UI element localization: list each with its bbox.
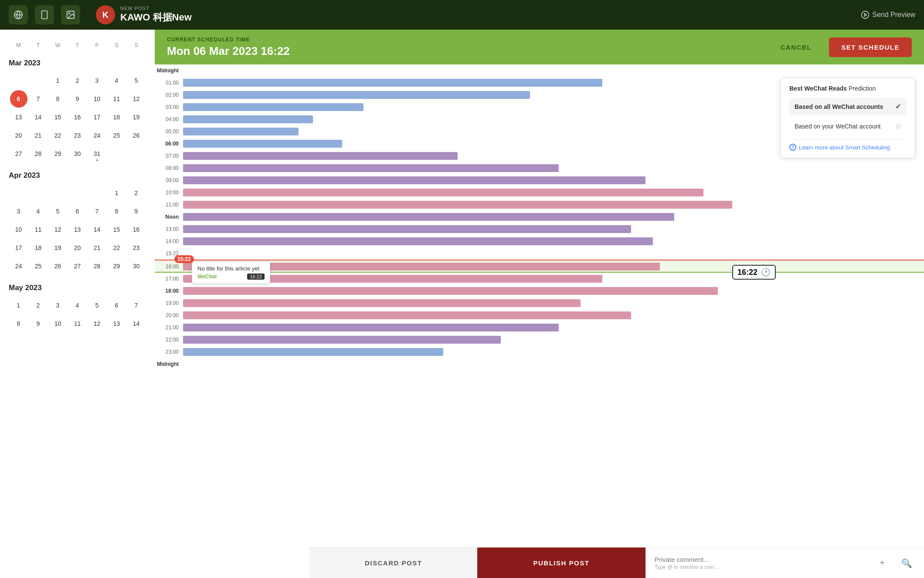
mobile-btn[interactable] (35, 5, 54, 24)
cal-day[interactable]: 25 (30, 257, 47, 275)
cal-day[interactable]: 31 (88, 145, 106, 162)
cal-day[interactable]: 4 (108, 72, 126, 89)
time-row[interactable]: 10:00 (155, 186, 924, 199)
cal-day[interactable]: 2 (30, 297, 47, 314)
cal-day[interactable]: 24 (10, 257, 27, 275)
cal-day[interactable]: 14 (128, 315, 145, 332)
time-row[interactable]: 15:22 (155, 247, 924, 260)
prediction-option-own[interactable]: Based on your WeChat account ⊘ (789, 118, 906, 135)
cal-day[interactable]: 15 (108, 221, 126, 238)
cal-day[interactable]: 9 (30, 315, 47, 332)
comment-input[interactable] (655, 556, 856, 563)
cal-day[interactable]: 26 (128, 127, 145, 144)
cal-day[interactable]: 27 (10, 145, 27, 162)
cal-day[interactable]: 27 (69, 257, 86, 275)
cal-day[interactable]: 12 (128, 90, 145, 108)
cal-day[interactable]: 8 (10, 315, 27, 332)
cal-day[interactable]: 8 (49, 90, 67, 108)
cal-day[interactable]: 5 (88, 297, 106, 314)
translate-btn[interactable] (9, 5, 28, 24)
cal-day[interactable]: 21 (88, 239, 106, 257)
cal-day[interactable]: 16 (128, 221, 145, 238)
cal-day[interactable]: 3 (10, 203, 27, 220)
set-schedule-button[interactable]: SET SCHEDULE (829, 37, 912, 57)
prediction-option-all[interactable]: Based on all WeChat accounts ✓ (789, 98, 906, 115)
cal-day[interactable]: 2 (69, 72, 86, 89)
discard-post-button[interactable]: DISCARD POST (309, 548, 477, 578)
cal-day[interactable]: 1 (10, 297, 27, 314)
cal-day[interactable]: 7 (128, 297, 145, 314)
cal-day[interactable]: 28 (30, 145, 47, 162)
cal-day[interactable]: 17 (88, 108, 106, 126)
cal-day[interactable]: 12 (88, 315, 106, 332)
time-row[interactable]: Noon (155, 211, 924, 223)
cal-day[interactable]: 4 (69, 297, 86, 314)
cal-day[interactable]: 1 (49, 72, 67, 89)
time-row[interactable]: 14:00 (155, 235, 924, 247)
cal-day[interactable]: 11 (69, 315, 86, 332)
cal-day[interactable]: 14 (88, 221, 106, 238)
cal-day[interactable]: 10 (88, 90, 106, 108)
cal-day[interactable]: 10 (10, 221, 27, 238)
time-row[interactable]: 09:00 (155, 174, 924, 186)
time-row[interactable]: 13:00 (155, 223, 924, 235)
time-row[interactable]: 20:00 (155, 309, 924, 321)
cal-day[interactable]: 22 (108, 239, 126, 257)
time-row[interactable]: 18:00 (155, 285, 924, 297)
time-row[interactable]: 22:00 (155, 334, 924, 346)
cal-day[interactable]: 17 (10, 239, 27, 257)
cal-day[interactable]: 12 (49, 221, 67, 238)
cal-day[interactable]: 23 (69, 127, 86, 144)
cal-day[interactable]: 15 (49, 108, 67, 126)
cal-day[interactable]: 11 (30, 221, 47, 238)
cal-day[interactable]: 9 (69, 90, 86, 108)
time-row[interactable]: 19:00 (155, 297, 924, 309)
cal-day[interactable]: 2 (128, 184, 145, 202)
cal-day[interactable]: 20 (69, 239, 86, 257)
cal-day[interactable]: 13 (10, 108, 27, 126)
cal-day[interactable]: 20 (10, 127, 27, 144)
cal-day[interactable]: 9 (128, 203, 145, 220)
publish-post-button[interactable]: PUBLISH POST (477, 548, 645, 578)
cal-day-today[interactable]: 6 (10, 90, 27, 108)
cal-day[interactable]: 29 (49, 145, 67, 162)
time-row[interactable]: Midnight (155, 358, 924, 370)
cal-day[interactable]: 22 (49, 127, 67, 144)
cal-day[interactable]: 13 (69, 221, 86, 238)
cal-day[interactable]: 4 (30, 203, 47, 220)
cal-day[interactable]: 5 (49, 203, 67, 220)
time-row[interactable]: 08:00 (155, 162, 924, 174)
cal-day[interactable]: 5 (128, 72, 145, 89)
cal-day[interactable]: 23 (128, 239, 145, 257)
time-row[interactable]: 11:00 (155, 199, 924, 211)
cal-day[interactable]: 25 (108, 127, 126, 144)
cal-day[interactable]: 18 (108, 108, 126, 126)
cal-day[interactable]: 29 (108, 257, 126, 275)
cal-day[interactable]: 16 (69, 108, 86, 126)
cal-day[interactable]: 14 (30, 108, 47, 126)
add-comment-btn[interactable]: + (873, 548, 891, 578)
cal-day[interactable]: 19 (49, 239, 67, 257)
cal-day[interactable]: 7 (88, 203, 106, 220)
cal-day[interactable]: 1 (108, 184, 126, 202)
cancel-button[interactable]: CANCEL (772, 39, 821, 55)
time-row[interactable]: 23:00 (155, 346, 924, 358)
cal-day[interactable]: 3 (49, 297, 67, 314)
cal-day[interactable]: 24 (88, 127, 106, 144)
cal-day[interactable]: 26 (49, 257, 67, 275)
search-comment-btn[interactable]: 🔍 (898, 548, 915, 578)
cal-day[interactable]: 3 (88, 72, 106, 89)
cal-day[interactable]: 19 (128, 108, 145, 126)
cal-day[interactable]: 11 (108, 90, 126, 108)
cal-day[interactable]: 21 (30, 127, 47, 144)
cal-day[interactable]: 10 (49, 315, 67, 332)
cal-day[interactable]: 30 (128, 257, 145, 275)
image-btn[interactable] (61, 5, 80, 24)
time-row[interactable]: 21:00 (155, 321, 924, 334)
cal-day[interactable]: 6 (69, 203, 86, 220)
time-row[interactable]: Midnight (155, 64, 924, 77)
cal-day[interactable]: 13 (108, 315, 126, 332)
cal-day[interactable]: 28 (88, 257, 106, 275)
prediction-learn-more[interactable]: ? Learn more about Smart Scheduling (789, 144, 906, 151)
cal-day[interactable]: 30 (69, 145, 86, 162)
